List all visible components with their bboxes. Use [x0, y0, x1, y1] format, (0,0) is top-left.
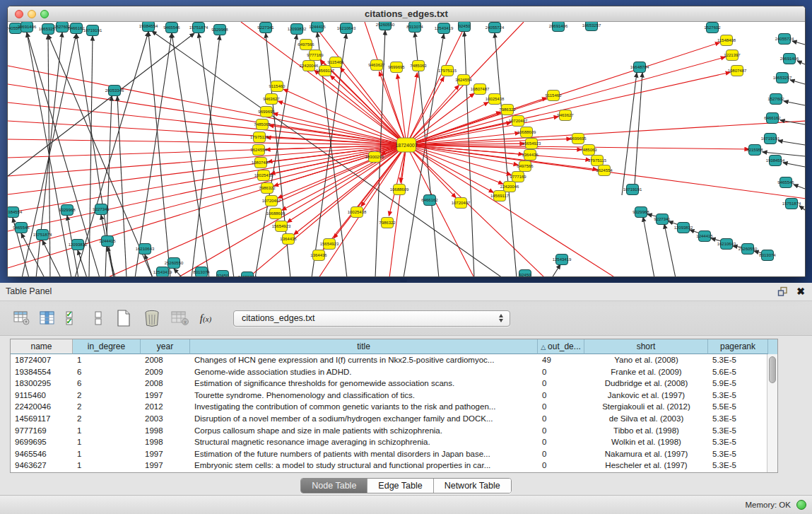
graph-node-label: 9777169	[510, 175, 526, 179]
graph-node-label: 9329968	[59, 208, 76, 212]
graph-edge[interactable]	[135, 33, 172, 276]
graph-node-label: 10688609	[266, 211, 286, 216]
graph-edge[interactable]	[192, 35, 220, 276]
delete-columns-button[interactable]	[141, 308, 163, 329]
show-columns-button[interactable]	[37, 308, 58, 329]
table-cell: 1	[73, 354, 141, 366]
graph-edge[interactable]	[117, 96, 126, 276]
graph-edge[interactable]	[622, 73, 637, 195]
graph-edge[interactable]	[783, 163, 805, 167]
function-builder-button[interactable]: f(x)	[195, 308, 216, 329]
graph-edge[interactable]	[664, 224, 676, 276]
graph-edge[interactable]	[320, 60, 406, 145]
graph-edge[interactable]	[799, 206, 805, 210]
graph-edge[interactable]	[406, 72, 730, 145]
graph-edge[interactable]	[406, 42, 719, 145]
close-panel-icon[interactable]: ✖	[796, 285, 805, 298]
table-row[interactable]: 1938455462009Genome-wide association stu…	[11, 366, 777, 378]
float-panel-icon[interactable]	[777, 286, 788, 297]
graph-node-label: 17975115	[588, 158, 607, 163]
table-cell: Stergiakouli et al. (2012)	[584, 401, 708, 413]
graph-node-label: 15654923	[272, 224, 291, 228]
tab-network-table[interactable]: Network Table	[434, 479, 511, 493]
tab-edge-table[interactable]: Edge Table	[367, 479, 433, 493]
table-vertical-scrollbar[interactable]	[767, 354, 777, 472]
graph-edge[interactable]	[763, 152, 805, 156]
table-options-button[interactable]	[11, 308, 33, 329]
graph-edge[interactable]	[365, 22, 406, 145]
graph-node-label: 9115460	[328, 60, 345, 64]
table-row[interactable]: 946554611997Estimation of the future num…	[11, 448, 777, 460]
table-cell: 2012	[141, 401, 190, 413]
memory-status-label: Memory: OK	[745, 501, 791, 509]
create-new-column-button[interactable]	[113, 308, 134, 329]
tab-node-table[interactable]: Node Table	[301, 479, 367, 493]
graph-node-label: 10025438	[486, 97, 505, 101]
delete-table-button[interactable]: x	[170, 308, 191, 329]
svg-text:x: x	[184, 320, 187, 325]
table-row[interactable]: 911546021997Tourette syndrome. Phenomeno…	[11, 390, 777, 402]
graph-edge[interactable]	[778, 141, 805, 145]
graph-node-label: 10719191	[83, 28, 102, 33]
network-canvas[interactable]: 2405572420691406106532571527602646616210…	[8, 22, 805, 276]
scrollbar-thumb[interactable]	[769, 356, 776, 383]
graph-edge[interactable]	[107, 247, 115, 276]
graph-edge[interactable]	[199, 33, 234, 276]
graph-node-label: 10025438	[348, 210, 367, 214]
graph-edge[interactable]	[397, 74, 406, 145]
table-row[interactable]: 946362711997Embryonic stem cells: a mode…	[11, 460, 777, 472]
column-header-year[interactable]: year	[141, 339, 190, 354]
graph-edge[interactable]	[406, 145, 597, 170]
graph-node-label: 10688609	[517, 130, 536, 134]
graph-node-label: 1244415	[99, 239, 116, 243]
graph-edge[interactable]	[8, 103, 406, 145]
graph-node-label: 3624554	[596, 168, 613, 173]
network-window-titlebar[interactable]: citations_edges.txt	[8, 6, 805, 22]
graph-edge[interactable]	[406, 103, 488, 145]
graph-node-label: 7986322	[259, 186, 276, 190]
column-header-pagerank[interactable]: pagerank	[708, 339, 768, 354]
graph-edge[interactable]	[406, 145, 518, 165]
table-cell: 1997	[141, 390, 190, 402]
column-header-title[interactable]: title	[190, 339, 538, 354]
column-header-short[interactable]: short	[584, 339, 708, 354]
table-row[interactable]: 1872400712008Changes of HCN gene express…	[11, 354, 777, 366]
graph-edge[interactable]	[643, 217, 654, 276]
graph-node-label: 1221397	[724, 53, 741, 57]
table-row[interactable]: 2242004622012Investigating the contribut…	[11, 401, 777, 413]
table-cell: 0	[538, 460, 584, 472]
table-cell: Tibbo et al. (1998)	[584, 425, 708, 437]
table-selector-dropdown[interactable]: citations_edges.txt	[233, 310, 510, 327]
graph-edge[interactable]	[312, 22, 406, 145]
graph-edge[interactable]	[8, 145, 406, 213]
select-all-columns-button[interactable]: ✓ ✓	[62, 308, 83, 329]
graph-node-label: 1364436	[280, 237, 297, 241]
column-header-out_de[interactable]: △out_de...	[538, 339, 584, 354]
graph-edge[interactable]	[552, 264, 560, 276]
graph-edge[interactable]	[792, 41, 805, 45]
graph-edge[interactable]	[89, 36, 93, 276]
graph-edge[interactable]	[42, 240, 61, 276]
column-header-name[interactable]: name	[11, 339, 73, 354]
table-cell: 6	[73, 378, 141, 390]
graph-edge[interactable]	[406, 145, 474, 276]
table-row[interactable]: 977716911998Corpus callosum shape and si…	[11, 425, 777, 437]
unselect-all-columns-button[interactable]	[88, 308, 109, 329]
graph-node-label: 10688609	[390, 187, 409, 192]
table-cell: 14569117	[11, 413, 73, 425]
column-header-in_degree[interactable]: in_degree	[73, 339, 141, 354]
graph-edge[interactable]	[797, 61, 805, 64]
graph-edge[interactable]	[784, 101, 805, 105]
graph-node-label: 9465546	[163, 25, 180, 30]
table-row[interactable]: 969969511998Structural magnetic resonanc…	[11, 436, 777, 448]
graph-edge[interactable]	[406, 145, 749, 149]
graph-edge[interactable]	[148, 32, 170, 276]
splitter-grip[interactable]	[400, 278, 407, 282]
graph-edge[interactable]	[794, 185, 805, 189]
graph-node-label: 8313074	[759, 253, 776, 257]
graph-edge[interactable]	[790, 80, 805, 84]
table-row[interactable]: 1830029562008Estimation of significance …	[11, 378, 777, 390]
graph-edge[interactable]	[406, 145, 493, 192]
graph-node-label: 8215958	[746, 148, 763, 152]
table-row[interactable]: 1456911722003Disruption of a novel membe…	[11, 413, 777, 425]
